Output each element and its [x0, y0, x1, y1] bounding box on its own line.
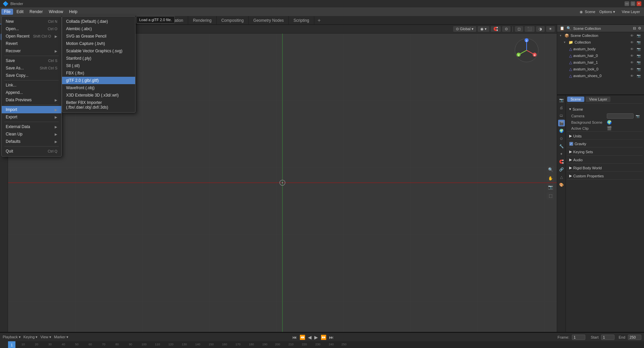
menu-revert[interactable]: Revert	[2, 40, 61, 47]
marker-menu[interactable]: Marker ▾	[54, 335, 68, 339]
tab-rendering[interactable]: Rendering	[188, 16, 216, 24]
menu-open[interactable]: Open... Ctrl O	[2, 25, 61, 33]
material-props-icon[interactable]: 🎨	[558, 181, 565, 188]
tab-compositing[interactable]: Compositing	[217, 16, 249, 24]
zoom-in-icon[interactable]: 🔍	[547, 166, 554, 173]
menu-external-data[interactable]: External Data	[2, 123, 61, 130]
viewport-shading-wire[interactable]: ◻	[515, 26, 523, 32]
gravity-checkbox[interactable]: ✓	[569, 142, 573, 146]
menu-clean-up[interactable]: Clean Up	[2, 130, 61, 138]
view-layer-tab[interactable]: View Layer	[586, 97, 610, 102]
hair1-vis-icon[interactable]: 👁	[629, 60, 635, 65]
menu-item-help[interactable]: Help	[66, 9, 80, 15]
import-better-fbx[interactable]: Better FBX Importer (.fbx/.dae/.obj/.dxf…	[62, 99, 135, 111]
outliner-filter-icon[interactable]: ⊟	[633, 26, 636, 31]
playback-menu[interactable]: Playback ▾	[3, 335, 21, 339]
active-clip-icon[interactable]: 🎬	[607, 126, 612, 131]
modifier-props-icon[interactable]: 🔧	[558, 143, 565, 150]
viewport-shading-solid[interactable]: ⬛	[525, 26, 535, 32]
timeline-ruler[interactable]: 1 10 20 30 40 50 60 70 80 90 100 110 120…	[8, 341, 644, 348]
collection-render-icon[interactable]: 📷	[636, 40, 641, 45]
output-props-icon[interactable]: 🖨	[558, 104, 565, 111]
tree-item-avaturn-body[interactable]: △ avaturn_body 👁 📷	[557, 46, 644, 52]
menu-save-as[interactable]: Save As... Shift Ctrl S	[2, 64, 61, 72]
snap-button[interactable]: 🧲	[491, 26, 501, 32]
menu-item-render[interactable]: Render	[27, 9, 45, 15]
transform-global-button[interactable]: ⊙ Global ▾	[453, 26, 476, 32]
tree-item-avaturn-hair-1[interactable]: △ avaturn_hair_1 👁 📷	[557, 59, 644, 66]
custom-props-header[interactable]: ▶ Custom Properties	[567, 172, 643, 179]
collection-visibility-icon[interactable]: 👁	[629, 40, 635, 45]
viewport-shading-rendered[interactable]: ☀	[546, 26, 555, 32]
body-vis-icon[interactable]: 👁	[629, 46, 635, 52]
tree-item-scene-collection[interactable]: ▾ 📦 Scene Collection 👁 📷	[557, 32, 644, 39]
keying-sets-header[interactable]: ▶ Keying Sets	[567, 148, 643, 155]
jump-prev-icon[interactable]: ⏪	[300, 335, 305, 340]
hair0-vis-icon[interactable]: 👁	[629, 53, 635, 58]
menu-export[interactable]: Export	[2, 113, 61, 121]
close-button[interactable]: ✕	[637, 1, 641, 6]
import-wavefront[interactable]: Wavefront (.obj)	[62, 84, 135, 92]
hair1-render-icon[interactable]: 📷	[636, 60, 641, 65]
hair0-render-icon[interactable]: 📷	[636, 53, 641, 58]
tab-scripting[interactable]: Scripting	[289, 16, 314, 24]
view-layer-props-icon[interactable]: 🗂	[558, 112, 565, 119]
end-frame-input[interactable]	[628, 335, 641, 340]
frame-all-icon[interactable]: ⬚	[547, 192, 554, 199]
constraints-props-icon[interactable]: 🔗	[558, 166, 565, 173]
menu-link[interactable]: Link...	[2, 81, 61, 89]
scene-section-header[interactable]: ▾ Scene	[567, 106, 643, 113]
menu-save-copy[interactable]: Save Copy...	[2, 72, 61, 79]
import-alembic[interactable]: Alembic (.abc)	[62, 25, 135, 33]
scene-props-icon[interactable]: 🎬	[558, 120, 565, 126]
camera-icon[interactable]: 📷	[547, 183, 554, 191]
object-props-icon[interactable]: ⊙	[558, 135, 565, 142]
pivot-button[interactable]: ◉ ▾	[478, 26, 489, 32]
menu-item-window[interactable]: Window	[46, 9, 66, 15]
tree-item-avaturn-hair-0[interactable]: △ avaturn_hair_0 👁 📷	[557, 52, 644, 59]
import-gltf[interactable]: glTF 2.0 (.glb/.gltf)	[62, 77, 135, 84]
gravity-section-header[interactable]: ✓ Gravity	[567, 140, 643, 147]
import-collada[interactable]: Collada (Default) (.dae)	[62, 18, 135, 25]
current-frame-input[interactable]	[572, 335, 585, 340]
viewport-shading-material[interactable]: ◑	[536, 26, 545, 32]
menu-recover[interactable]: Recover	[2, 47, 61, 55]
keying-menu[interactable]: Keying ▾	[23, 335, 38, 339]
import-x3d[interactable]: X3D Extensible 3D (.x3d/.wrl)	[62, 92, 135, 99]
maximize-button[interactable]: □	[631, 1, 635, 6]
menu-new[interactable]: New Ctrl N	[2, 18, 61, 25]
render-icon[interactable]: 📷	[636, 33, 641, 38]
import-svg-grease[interactable]: SVG as Grease Pencil	[62, 33, 135, 40]
audio-section-header[interactable]: ▶ Audio	[567, 156, 643, 163]
camera-pick-icon[interactable]: 📷	[636, 114, 640, 118]
tree-item-avaturn-shoes-0[interactable]: △ avaturn_shoes_0 👁 📷	[557, 72, 644, 79]
menu-item-file[interactable]: File	[1, 9, 13, 15]
tab-geometry-nodes[interactable]: Geometry Nodes	[249, 16, 289, 24]
play-icon[interactable]: ▶	[314, 335, 318, 340]
view-menu[interactable]: View ▾	[40, 335, 51, 339]
import-motion-capture[interactable]: Motion Capture (.bvh)	[62, 40, 135, 47]
proportional-edit-button[interactable]: ⊙	[502, 26, 511, 32]
shoes0-vis-icon[interactable]: 👁	[629, 73, 635, 78]
outliner-options-icon[interactable]: ⚙	[638, 26, 641, 31]
import-svg[interactable]: Scalable Vector Graphics (.svg)	[62, 47, 135, 55]
titlebar-controls[interactable]: — □ ✕	[625, 1, 641, 6]
jump-next-icon[interactable]: ⏩	[321, 335, 326, 340]
jump-end-icon[interactable]: ⏭	[329, 335, 334, 340]
import-stanford[interactable]: Stanford (.ply)	[62, 55, 135, 62]
scene-tab[interactable]: Scene	[567, 97, 584, 102]
look0-vis-icon[interactable]: 👁	[629, 66, 635, 72]
pan-icon[interactable]: ✋	[547, 175, 554, 182]
look0-render-icon[interactable]: 📷	[636, 66, 641, 72]
render-props-icon[interactable]: 📷	[558, 97, 565, 103]
menu-open-recent[interactable]: Open Recent Shift Ctrl O	[2, 33, 61, 40]
menu-quit[interactable]: Quit Ctrl Q	[2, 148, 61, 155]
menu-save[interactable]: Save Ctrl S	[2, 57, 61, 64]
add-workspace-button[interactable]: +	[314, 16, 324, 24]
tree-item-collection[interactable]: ▾ 📁 Collection 👁 📷	[557, 39, 644, 46]
menu-defaults[interactable]: Defaults	[2, 138, 61, 145]
menu-data-previews[interactable]: Data Previews	[2, 96, 61, 104]
visibility-icon[interactable]: 👁	[629, 33, 635, 38]
tree-item-avaturn-look-0[interactable]: △ avaturn_look_0 👁 📷	[557, 66, 644, 72]
body-render-icon[interactable]: 📷	[636, 46, 641, 52]
